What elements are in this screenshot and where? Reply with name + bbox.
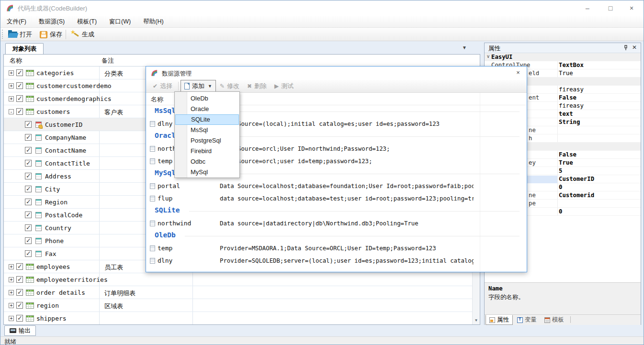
menu-item-S[interactable]: 数据源(S): [33, 16, 71, 28]
expand-toggle-icon[interactable]: +: [9, 303, 14, 308]
property-value[interactable]: False: [559, 94, 640, 101]
row-checkbox[interactable]: [25, 173, 32, 179]
datasource-row-temp[interactable]: tempProvider=MSDAORA.1;Data Source=ORCL;…: [146, 242, 526, 255]
expand-toggle-icon[interactable]: +: [9, 316, 14, 321]
open-button[interactable]: 打开: [5, 29, 35, 40]
minimize-button[interactable]: –: [579, 2, 596, 14]
tab-templates[interactable]: 模板: [541, 315, 567, 325]
dialog-delete-button[interactable]: ✖删除: [243, 80, 271, 92]
status-text: 就绪: [4, 338, 16, 345]
close-button[interactable]: ×: [623, 2, 640, 14]
dialog-close-icon[interactable]: ×: [513, 69, 523, 78]
tab-object-list[interactable]: 对象列表: [5, 43, 44, 54]
menu-item-Oracle[interactable]: Oracle: [175, 104, 239, 114]
tree-row-order-details[interactable]: +order details订单明细表: [4, 286, 472, 299]
row-checkbox[interactable]: [25, 147, 32, 154]
row-checkbox[interactable]: [25, 186, 32, 192]
property-value[interactable]: Customerid: [559, 192, 640, 199]
property-value[interactable]: 0: [559, 184, 640, 190]
row-checkbox[interactable]: [16, 289, 23, 296]
tab-variables[interactable]: 变量: [514, 315, 540, 325]
menu-item-W[interactable]: 窗口(W): [103, 16, 137, 28]
dialog-modify-button[interactable]: ✎修改: [216, 80, 243, 92]
menu-item-Odbc[interactable]: Odbc: [175, 156, 239, 167]
row-checkbox[interactable]: [25, 211, 32, 218]
datasource-connection-string: Data Source=orcl;User ID=northwind;Passw…: [220, 145, 474, 152]
row-checkbox[interactable]: [16, 263, 23, 270]
tree-row-shippers[interactable]: +shippers: [4, 312, 472, 324]
property-value[interactable]: String: [559, 119, 640, 125]
row-checkbox[interactable]: [16, 108, 23, 115]
row-checkbox[interactable]: [16, 82, 23, 89]
main-toolbar: 打开 保存 生成: [0, 28, 644, 41]
generate-button[interactable]: 生成: [68, 29, 97, 40]
tree-row-region[interactable]: +region区域表: [4, 299, 472, 312]
expand-toggle-icon[interactable]: -: [9, 109, 14, 114]
property-value[interactable]: True: [559, 70, 640, 77]
menu-item-OleDb[interactable]: OleDb: [175, 93, 239, 104]
row-checkbox[interactable]: [25, 160, 32, 167]
menu-item-F[interactable]: 文件(F): [0, 16, 33, 28]
expand-toggle-icon[interactable]: +: [9, 83, 14, 89]
property-description-title: Name: [488, 285, 637, 292]
row-checkbox[interactable]: [25, 237, 32, 244]
toolbar-grip[interactable]: [2, 30, 3, 39]
scroll-down-icon[interactable]: ▼: [473, 317, 480, 324]
row-checkbox[interactable]: [25, 134, 32, 141]
menu-item-MsSql[interactable]: MsSql: [175, 125, 239, 135]
menu-item-PostgreSql[interactable]: PostgreSql: [175, 135, 239, 146]
save-button[interactable]: 保存: [37, 29, 65, 40]
row-checkbox[interactable]: [16, 95, 23, 102]
chevron-down-icon[interactable]: ∨: [486, 54, 490, 59]
datasource-row-dlny[interactable]: dlnyProvider=SQLOLEDB;server=(local);use…: [146, 255, 526, 267]
field-icon: [35, 238, 42, 244]
expand-toggle-icon[interactable]: +: [9, 290, 14, 295]
datasource-row-portal[interactable]: portalData Source=localhost;database=fou…: [146, 180, 526, 192]
property-value[interactable]: text: [559, 111, 640, 117]
row-checkbox[interactable]: [16, 276, 23, 283]
expand-toggle-icon[interactable]: +: [9, 96, 14, 101]
menu-item-Firebird[interactable]: Firebird: [175, 146, 239, 156]
row-checkbox[interactable]: [16, 315, 23, 322]
tree-node-label: order details: [36, 289, 85, 296]
property-value[interactable]: fireasy: [559, 86, 640, 93]
menu-item-T[interactable]: 模板(T): [71, 16, 103, 28]
row-checkbox[interactable]: [25, 121, 32, 128]
property-value[interactable]: False: [559, 151, 640, 158]
field-icon: [35, 147, 42, 154]
dialog-toolbar-label: 删除: [254, 82, 267, 90]
property-value[interactable]: 5: [559, 167, 640, 174]
row-checkbox[interactable]: [16, 302, 23, 309]
property-value[interactable]: CustomerID: [559, 176, 640, 182]
menu-item-SQLite[interactable]: SQLite: [175, 114, 239, 125]
dialog-select-button[interactable]: ✔选择: [149, 80, 176, 92]
maximize-button[interactable]: □: [602, 2, 619, 14]
menu-item-H[interactable]: 帮助(H): [137, 16, 169, 28]
tabstrip-dropdown-icon[interactable]: ▼: [462, 45, 467, 50]
property-value[interactable]: 0: [559, 208, 640, 215]
property-category-row[interactable]: ∨EasyUI: [485, 53, 641, 61]
tab-output[interactable]: 输出: [4, 325, 36, 336]
expand-toggle-icon[interactable]: +: [9, 70, 14, 76]
tab-properties[interactable]: 属性: [486, 315, 513, 325]
row-checkbox[interactable]: [25, 250, 32, 257]
grid-divider: [557, 159, 558, 167]
property-value[interactable]: True: [559, 159, 640, 166]
menu-item-MySql[interactable]: MySql: [175, 167, 239, 178]
property-value[interactable]: TextBox: [559, 62, 640, 68]
property-value[interactable]: fireasy: [559, 102, 640, 109]
dialog-add-button[interactable]: 添加▼: [181, 80, 216, 92]
expand-toggle-icon[interactable]: +: [9, 264, 14, 269]
datasource-row-flup[interactable]: flupdata source=localhost;database=test;…: [146, 192, 526, 205]
row-checkbox[interactable]: [25, 224, 32, 231]
expand-toggle-icon[interactable]: +: [9, 277, 14, 282]
row-checkbox[interactable]: [16, 69, 23, 76]
row-checkbox[interactable]: [25, 199, 32, 205]
datasource-connection-string: Provider=MSDAORA.1;Data Source=ORCL;User…: [220, 245, 474, 252]
panel-close-icon[interactable]: ✕: [632, 44, 637, 51]
dialog-test-button[interactable]: ▶测试: [271, 80, 297, 92]
tree-row-employeeterritories[interactable]: +employeeterritories: [4, 273, 472, 286]
datasource-row-northwind[interactable]: northwindData source=|datadirectory|db\N…: [146, 217, 526, 230]
table-icon: [26, 83, 34, 89]
pin-icon[interactable]: [623, 45, 628, 51]
